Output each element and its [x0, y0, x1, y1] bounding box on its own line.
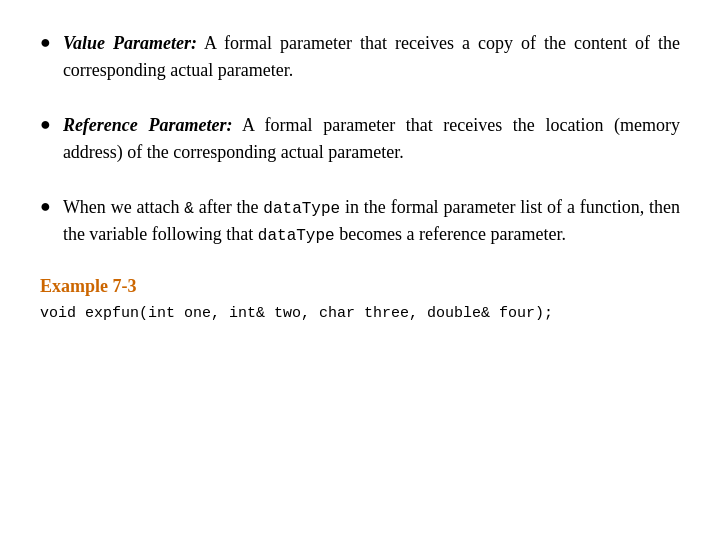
bullet-text-2: Reference Parameter: A formal parameter … — [63, 112, 680, 166]
bullet3-end: becomes a reference parameter. — [335, 224, 566, 244]
bullet-item-1: ● Value Parameter: A formal parameter th… — [40, 30, 680, 84]
bullet-text-3: When we attach & after the dataType in t… — [63, 194, 680, 248]
bullet3-code2: dataType — [263, 200, 340, 218]
example-heading: Example 7-3 — [40, 276, 680, 297]
bullet3-middle1: after the — [194, 197, 263, 217]
example-section: Example 7-3 void expfun(int one, int& tw… — [40, 276, 680, 322]
value-parameter-label: Value Parameter: — [63, 33, 197, 53]
bullet3-code1: & — [184, 200, 194, 218]
bullet-text-1: Value Parameter: A formal parameter that… — [63, 30, 680, 84]
bullet-item-3: ● When we attach & after the dataType in… — [40, 194, 680, 248]
example-code: void expfun(int one, int& two, char thre… — [40, 305, 680, 322]
bullet-icon-3: ● — [40, 196, 51, 217]
bullet-icon-2: ● — [40, 114, 51, 135]
bullet3-code3: dataType — [258, 227, 335, 245]
bullet-icon-1: ● — [40, 32, 51, 53]
bullet3-intro: When we attach — [63, 197, 184, 217]
reference-parameter-label: Reference Parameter: — [63, 115, 233, 135]
bullet-item-2: ● Reference Parameter: A formal paramete… — [40, 112, 680, 166]
main-content: ● Value Parameter: A formal parameter th… — [0, 0, 720, 352]
